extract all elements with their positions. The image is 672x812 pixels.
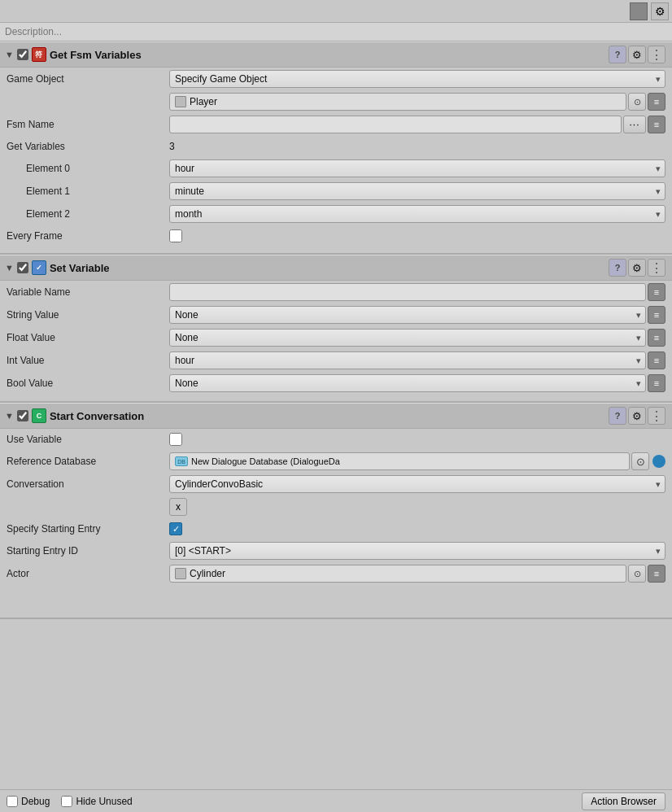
every-frame-value bbox=[169, 229, 665, 242]
bool-value-menu-button[interactable]: ≡ bbox=[648, 374, 665, 392]
x-button[interactable]: x bbox=[169, 498, 187, 516]
game-object-row: Game Object Specify Game Object Self Own… bbox=[0, 68, 672, 90]
variable-name-menu-button[interactable]: ≡ bbox=[648, 283, 665, 301]
bool-value-label: Bool Value bbox=[7, 378, 169, 389]
int-value-menu-button[interactable]: ≡ bbox=[648, 351, 665, 369]
player-input[interactable]: Player bbox=[169, 93, 626, 111]
section-title: Set Variable bbox=[50, 262, 609, 274]
bool-value-dropdown[interactable]: None bbox=[169, 374, 646, 392]
state-gear-button[interactable]: ⚙ bbox=[651, 2, 669, 20]
state-title-input[interactable]: State 1 bbox=[3, 3, 630, 19]
actor-name: Cylinder bbox=[190, 568, 225, 579]
starting-entry-id-dropdown[interactable]: [0] <START> bbox=[169, 542, 665, 560]
conversation-row: Conversation CylinderConvoBasic bbox=[0, 473, 672, 495]
game-object-label: Game Object bbox=[7, 73, 169, 85]
reference-database-value: DB New Dialogue Database (DialogueDa ⊙ bbox=[169, 452, 665, 470]
player-row: Player ⊙ ≡ bbox=[0, 90, 672, 113]
section-start-conversation: ▼ C Start Conversation ? ⚙ ⋮ Use Variabl… bbox=[0, 403, 672, 619]
section-enabled-checkbox[interactable] bbox=[17, 262, 28, 273]
debug-checkbox[interactable] bbox=[7, 796, 18, 807]
element-1-dropdown[interactable]: hour minute month day year bbox=[169, 182, 665, 200]
game-object-value: Specify Game Object Self Owner bbox=[169, 70, 665, 88]
specify-starting-entry-label: Specify Starting Entry bbox=[7, 523, 169, 535]
reference-database-target-button[interactable]: ⊙ bbox=[631, 452, 649, 470]
float-value-label: Float Value bbox=[7, 332, 169, 343]
string-value-dropdown[interactable]: None bbox=[169, 306, 646, 324]
bool-value-value: None ≡ bbox=[169, 374, 665, 392]
dialogue-db-icon: DB bbox=[175, 456, 188, 466]
use-variable-checkbox[interactable] bbox=[169, 433, 182, 446]
actor-target-button[interactable]: ⊙ bbox=[628, 565, 646, 583]
float-value-value: None ≡ bbox=[169, 329, 665, 347]
actor-menu-button[interactable]: ≡ bbox=[648, 565, 665, 583]
fsm-name-row: Fsm Name GetTimeVariables ··· ≡ bbox=[0, 113, 672, 136]
section-set-variable: ▼ ✓ Set Variable ? ⚙ ⋮ Variable Name Hou… bbox=[0, 255, 672, 403]
context-menu-button[interactable]: ⋮ bbox=[648, 259, 665, 277]
player-game-object-icon bbox=[175, 96, 186, 107]
gear-icon: ⚙ bbox=[632, 262, 642, 274]
settings-button[interactable]: ⚙ bbox=[628, 259, 646, 277]
actor-value: Cylinder ⊙ ≡ bbox=[169, 565, 665, 583]
every-frame-row: Every Frame bbox=[0, 225, 672, 247]
actor-input[interactable]: Cylinder bbox=[169, 565, 626, 583]
reference-database-text: New Dialogue Database (DialogueDa bbox=[191, 456, 340, 466]
player-value-row: Player ⊙ ≡ bbox=[169, 93, 665, 111]
int-value-row: Int Value None hour minute month ≡ bbox=[0, 349, 672, 372]
element-1-dropdown-wrap: hour minute month day year bbox=[169, 182, 665, 200]
specify-starting-entry-checkbox[interactable]: ✓ bbox=[169, 522, 182, 535]
every-frame-checkbox[interactable] bbox=[169, 229, 182, 242]
element-2-dropdown[interactable]: hour minute month day year bbox=[169, 205, 665, 223]
context-menu-button[interactable]: ⋮ bbox=[648, 407, 665, 425]
string-value-menu-button[interactable]: ≡ bbox=[648, 306, 665, 324]
use-variable-row: Use Variable bbox=[0, 429, 672, 450]
variable-name-input[interactable]: Hour bbox=[169, 283, 646, 301]
reference-database-active-indicator bbox=[652, 455, 665, 468]
game-object-dropdown[interactable]: Specify Game Object Self Owner bbox=[169, 70, 665, 88]
string-value-label: String Value bbox=[7, 309, 169, 321]
fsm-icon: 符 bbox=[32, 47, 46, 62]
gear-icon: ⚙ bbox=[632, 410, 642, 422]
int-value-dropdown[interactable]: None hour minute month bbox=[169, 351, 646, 369]
every-frame-label: Every Frame bbox=[7, 230, 169, 242]
collapse-arrow-icon[interactable]: ▼ bbox=[5, 411, 14, 421]
collapse-arrow-icon[interactable]: ▼ bbox=[5, 263, 14, 273]
starting-entry-id-dropdown-wrap: [0] <START> bbox=[169, 542, 665, 560]
set-var-icon: ✓ bbox=[32, 260, 46, 275]
section-enabled-checkbox[interactable] bbox=[17, 49, 28, 60]
debug-label: Debug bbox=[21, 796, 50, 807]
help-button[interactable]: ? bbox=[609, 259, 626, 277]
settings-button[interactable]: ⚙ bbox=[628, 46, 646, 63]
section-get-fsm-variables: ▼ 符 Get Fsm Variables ? ⚙ ⋮ Game Object … bbox=[0, 41, 672, 255]
section-enabled-checkbox[interactable] bbox=[17, 410, 28, 421]
context-menu-button[interactable]: ⋮ bbox=[648, 46, 665, 63]
fsm-name-input[interactable]: GetTimeVariables bbox=[169, 116, 622, 133]
player-target-button[interactable]: ⊙ bbox=[628, 93, 646, 111]
fsm-name-dots-button[interactable]: ··· bbox=[623, 116, 646, 133]
settings-button[interactable]: ⚙ bbox=[628, 407, 646, 425]
conversation-dropdown[interactable]: CylinderConvoBasic bbox=[169, 475, 665, 493]
float-value-dropdown[interactable]: None bbox=[169, 329, 646, 347]
gear-icon: ⚙ bbox=[632, 49, 642, 61]
section-title: Start Conversation bbox=[50, 410, 609, 422]
fsm-name-menu-button[interactable]: ≡ bbox=[648, 116, 665, 133]
description-input[interactable] bbox=[5, 26, 667, 37]
help-button[interactable]: ? bbox=[609, 46, 626, 63]
fsm-name-label: Fsm Name bbox=[7, 119, 169, 130]
action-browser-button[interactable]: Action Browser bbox=[582, 792, 665, 810]
state-color-button[interactable] bbox=[630, 2, 648, 20]
bool-value-row: Bool Value None ≡ bbox=[0, 372, 672, 395]
help-button[interactable]: ? bbox=[609, 407, 626, 425]
string-value-dropdown-wrap: None bbox=[169, 306, 646, 324]
specify-starting-entry-value: ✓ bbox=[169, 522, 665, 535]
reference-database-input[interactable]: DB New Dialogue Database (DialogueDa bbox=[169, 452, 630, 470]
element-0-dropdown[interactable]: hour minute month day year bbox=[169, 159, 665, 177]
conversation-value: CylinderConvoBasic bbox=[169, 475, 665, 493]
collapse-arrow-icon[interactable]: ▼ bbox=[5, 50, 14, 59]
player-menu-button[interactable]: ≡ bbox=[648, 93, 665, 111]
string-value-value: None ≡ bbox=[169, 306, 665, 324]
float-value-menu-button[interactable]: ≡ bbox=[648, 329, 665, 347]
description-bar bbox=[0, 23, 672, 41]
hide-unused-checkbox[interactable] bbox=[61, 796, 72, 807]
section-set-variable-header: ▼ ✓ Set Variable ? ⚙ ⋮ bbox=[0, 255, 672, 281]
bool-value-dropdown-wrap: None bbox=[169, 374, 646, 392]
